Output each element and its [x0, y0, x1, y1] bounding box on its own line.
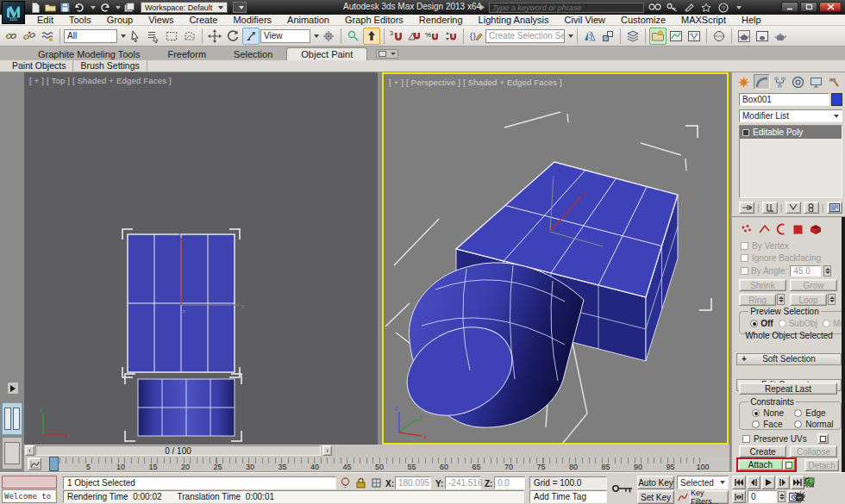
- constraint-edge-radio[interactable]: [794, 409, 802, 417]
- auto-key-button[interactable]: Auto Key: [637, 476, 674, 489]
- menu-item[interactable]: Edit: [29, 15, 61, 26]
- selection-filter-arrow[interactable]: [121, 34, 126, 38]
- x-coordinate-field[interactable]: 180.095: [395, 476, 431, 489]
- save-file-icon[interactable]: [59, 2, 71, 13]
- grow-button[interactable]: Grow: [790, 279, 837, 291]
- by-angle-value-field[interactable]: 45.0: [790, 265, 821, 277]
- by-angle-spinner[interactable]: [823, 265, 831, 277]
- snaps-toggle-icon[interactable]: 3: [388, 28, 405, 45]
- constraint-face-radio[interactable]: [752, 420, 760, 428]
- by-vertex-checkbox[interactable]: [741, 242, 748, 250]
- project-folder-icon[interactable]: [123, 2, 135, 13]
- material-editor-icon[interactable]: [710, 28, 728, 45]
- viewport-perspective[interactable]: [ + ] [ Perspective ] [ Shaded + Edged F…: [382, 72, 729, 445]
- ribbon-tab-object-paint[interactable]: Object Paint: [286, 47, 367, 60]
- track-bar[interactable]: 0510152025303540455055606570758085909510…: [24, 457, 729, 472]
- maxscript-mini-listener[interactable]: Welcome to M: [2, 489, 57, 503]
- select-and-rotate-icon[interactable]: [224, 28, 241, 45]
- toolbar-expand-button[interactable]: [233, 2, 247, 13]
- render-production-icon[interactable]: [772, 28, 789, 45]
- z-coordinate-field[interactable]: 0.0: [494, 476, 525, 489]
- attach-button[interactable]: Attach: [738, 459, 783, 470]
- preview-subobj-radio[interactable]: [779, 320, 786, 327]
- motion-tab-icon[interactable]: [790, 74, 806, 90]
- viewport-layout-tab-active[interactable]: [2, 402, 22, 435]
- preview-off-radio[interactable]: [750, 320, 758, 327]
- reference-coordinate-arrow[interactable]: [314, 34, 319, 38]
- menu-item[interactable]: Animation: [279, 15, 337, 26]
- selection-filter-dropdown[interactable]: All: [64, 29, 117, 43]
- selection-lock-icon[interactable]: [354, 476, 367, 489]
- preserve-uvs-checkbox[interactable]: [742, 435, 750, 443]
- communication-center-icon[interactable]: [682, 2, 696, 13]
- menu-item[interactable]: Help: [734, 15, 769, 26]
- menu-item[interactable]: Graph Editors: [337, 15, 411, 26]
- go-to-start-button[interactable]: [732, 476, 746, 489]
- viewport-top[interactable]: [ + ] [ Top ] [ Shaded + Edged Faces ] Y…: [24, 72, 378, 445]
- pin-stack-button[interactable]: [739, 202, 754, 214]
- border-subobject-icon[interactable]: [776, 223, 787, 235]
- use-pivot-point-icon[interactable]: [320, 28, 337, 45]
- object-name-field[interactable]: Box001: [739, 93, 829, 106]
- time-slider[interactable]: 0 / 100: [35, 445, 321, 456]
- by-angle-checkbox[interactable]: [741, 267, 748, 275]
- shrink-button[interactable]: Shrink: [739, 279, 786, 291]
- viewport-layout-tab[interactable]: [2, 437, 22, 470]
- loop-button[interactable]: Loop: [790, 294, 827, 306]
- panel-scrollbar[interactable]: [842, 217, 845, 472]
- ribbon-tab-graphite[interactable]: Graphite Modeling Tools: [24, 48, 153, 60]
- window-crossing-toggle-icon[interactable]: [181, 28, 198, 45]
- constraint-normal-radio[interactable]: [794, 420, 802, 428]
- scene-explorer-toggle-icon[interactable]: [649, 28, 667, 45]
- keyboard-shortcut-override-icon[interactable]: [363, 28, 380, 45]
- remove-modifier-button[interactable]: [804, 202, 819, 214]
- select-and-link-icon[interactable]: [3, 28, 20, 45]
- infocenter-collapse-icon[interactable]: [479, 3, 485, 11]
- key-filters-button[interactable]: Key Filters...: [690, 490, 729, 504]
- render-setup-icon[interactable]: [735, 28, 753, 45]
- transform-type-in-icon[interactable]: [370, 476, 383, 489]
- edit-named-selection-sets-icon[interactable]: { }: [467, 28, 485, 45]
- frame-spinner[interactable]: [778, 491, 786, 502]
- show-end-result-button[interactable]: [762, 202, 778, 214]
- menu-item[interactable]: Modifiers: [225, 15, 279, 26]
- utilities-tab-icon[interactable]: [826, 74, 842, 90]
- subtab-paint-objects[interactable]: Paint Objects: [5, 60, 73, 72]
- application-menu-button[interactable]: 3DS: [2, 1, 25, 24]
- select-and-manipulate-icon[interactable]: [345, 28, 362, 45]
- preview-multi-radio[interactable]: [823, 320, 830, 327]
- loop-spinner[interactable]: [828, 294, 836, 305]
- hierarchy-tab-icon[interactable]: [772, 74, 788, 90]
- add-time-tag[interactable]: Add Time Tag: [529, 490, 607, 503]
- reference-coordinate-dropdown[interactable]: View: [260, 29, 310, 43]
- maxscript-macro-recorder[interactable]: [2, 476, 57, 488]
- open-file-icon[interactable]: [44, 2, 56, 13]
- viewport-top-label[interactable]: [ + ] [ Top ] [ Shaded + Edged Faces ]: [29, 76, 172, 85]
- soft-selection-rollout[interactable]: + Soft Selection: [736, 353, 842, 365]
- percent-snap-toggle-icon[interactable]: %: [424, 28, 441, 45]
- ring-spinner[interactable]: [777, 294, 785, 305]
- set-key-button[interactable]: Set Key: [637, 490, 674, 504]
- unlink-selection-icon[interactable]: [21, 28, 38, 45]
- next-frame-button[interactable]: ›: [322, 445, 332, 456]
- favorites-icon[interactable]: [699, 2, 713, 13]
- help-icon[interactable]: ?: [717, 2, 730, 13]
- subscription-center-icon[interactable]: [665, 2, 679, 13]
- object-color-swatch[interactable]: [831, 93, 842, 106]
- menu-item[interactable]: Group: [99, 15, 141, 26]
- angle-snap-toggle-icon[interactable]: [406, 28, 423, 45]
- collapse-button[interactable]: Collapse: [790, 445, 837, 457]
- workspace-dropdown[interactable]: Workspace: Default: [141, 2, 228, 13]
- new-file-icon[interactable]: [29, 2, 41, 13]
- search-button[interactable]: [648, 2, 661, 13]
- vertex-subobject-icon[interactable]: [741, 223, 753, 235]
- isolate-selection-icon[interactable]: [339, 476, 352, 489]
- ribbon-tab-freeform[interactable]: Freeform: [153, 48, 220, 60]
- play-animation-button[interactable]: [761, 476, 775, 489]
- viewport-perspective-label[interactable]: [ + ] [ Perspective ] [ Shaded + Edged F…: [389, 78, 562, 87]
- mirror-icon[interactable]: [581, 28, 598, 45]
- select-and-scale-icon[interactable]: [242, 28, 260, 45]
- bind-to-space-warp-icon[interactable]: [39, 28, 56, 45]
- create-button[interactable]: Create: [739, 445, 786, 457]
- edge-subobject-icon[interactable]: [758, 223, 771, 235]
